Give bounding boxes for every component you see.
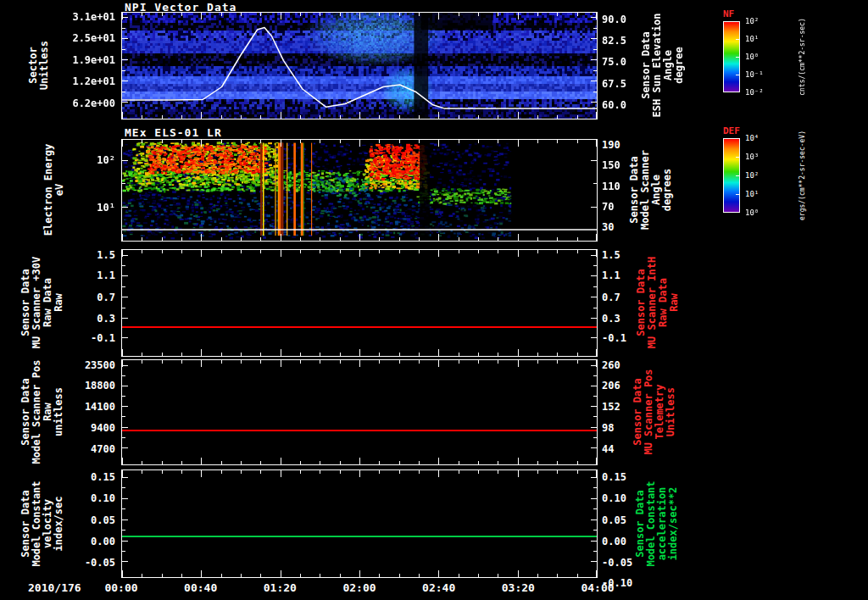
x-tick-mark	[221, 250, 222, 253]
x-tick-mark	[596, 112, 597, 119]
y-tick-mark	[122, 17, 128, 18]
x-tick-mark	[438, 234, 439, 241]
y-tick-mark	[591, 81, 597, 81]
x-tick-mark	[281, 360, 281, 367]
colorbar-tick-mark	[736, 21, 740, 22]
x-tick-mark	[320, 237, 320, 241]
y-axis-tick-label: 0.10	[54, 493, 115, 503]
x-tick-mark	[122, 112, 123, 119]
x-tick-mark	[300, 13, 301, 16]
x-tick-mark	[142, 13, 142, 16]
y-tick-mark	[591, 207, 597, 208]
x-tick-mark	[260, 237, 261, 241]
x-tick-mark	[359, 112, 360, 119]
data-line	[122, 430, 597, 431]
x-tick-mark	[379, 140, 380, 143]
x-tick-mark	[300, 140, 301, 143]
x-tick-mark	[498, 470, 498, 474]
panel1-title: MEx ELS-01 LR	[125, 126, 222, 139]
x-tick-mark	[537, 250, 538, 253]
x-tick-mark	[241, 115, 242, 119]
x-tick-mark	[379, 13, 380, 16]
x-tick-mark	[340, 140, 341, 143]
x-tick-mark	[498, 237, 498, 241]
x-tick-mark	[340, 574, 341, 577]
x-tick-mark	[518, 13, 519, 19]
x-tick-mark	[557, 353, 558, 356]
y-axis-tick-label-right: 0.05	[602, 515, 626, 525]
x-tick-mark	[498, 140, 498, 143]
axis-title-line: index/sec**2	[668, 481, 679, 566]
y-axis-tick-label-right: 150	[602, 160, 620, 170]
y-tick-mark	[122, 102, 128, 103]
y-axis-tick-label-right: 190	[602, 140, 620, 150]
x-tick-mark	[379, 115, 380, 119]
colorbar-tick-mark	[736, 138, 740, 139]
y-tick-mark	[591, 498, 597, 499]
x-tick-mark	[162, 470, 163, 474]
x-tick-mark	[162, 140, 163, 143]
y-tick-mark	[591, 386, 597, 386]
y-axis-tick-label: 1.5	[54, 250, 115, 260]
axis-title-line: Unitless	[39, 41, 50, 90]
x-tick-mark	[201, 112, 202, 119]
x-tick-mark	[142, 237, 142, 241]
x-axis-tick-label: 00:40	[174, 581, 228, 594]
colorbar-tick-label: 10¹	[745, 35, 759, 43]
npi-spectrogram	[122, 13, 597, 119]
x-tick-mark	[459, 140, 459, 143]
y-axis-tick-label: 2.5e+01	[54, 33, 115, 43]
x-axis-tick-label: 02:40	[412, 581, 466, 594]
x-tick-mark	[399, 353, 400, 356]
colorbar-tick-label: 10⁰	[745, 208, 759, 217]
x-tick-mark	[379, 574, 380, 577]
x-tick-mark	[596, 570, 597, 577]
x-tick-mark	[557, 250, 558, 253]
y-axis-tick-label: 0.15	[54, 472, 115, 482]
x-tick-mark	[281, 458, 281, 464]
axis-title-line: degrees	[662, 150, 673, 230]
panel-npi-vector	[121, 12, 598, 119]
y-axis-tick-label-right: 0.7	[602, 292, 620, 303]
y-tick-mark	[122, 561, 128, 562]
x-tick-mark	[201, 234, 202, 241]
y-axis-tick-label-right: 0.15	[602, 472, 626, 482]
x-tick-mark	[359, 360, 360, 367]
x-tick-mark	[221, 237, 222, 241]
x-tick-mark	[478, 237, 479, 241]
y-axis-tick-label-right: 90.0	[602, 14, 626, 25]
x-tick-mark	[577, 353, 578, 356]
x-tick-mark	[478, 360, 479, 364]
x-tick-mark	[122, 570, 123, 577]
x-tick-mark	[478, 250, 479, 253]
x-tick-mark	[320, 115, 320, 119]
y-tick-mark	[591, 38, 597, 39]
y-axis-tick-label-right: 260	[602, 360, 620, 370]
x-tick-mark	[419, 360, 420, 364]
x-tick-mark	[596, 13, 597, 19]
y-axis-tick-label-right: 70	[602, 202, 614, 212]
x-tick-mark	[181, 237, 182, 241]
axis-title-line: degree	[674, 14, 685, 118]
y-tick-mark	[122, 498, 128, 499]
y-axis-tick-label: 18800	[54, 381, 115, 391]
x-tick-mark	[498, 353, 498, 356]
x-tick-mark	[577, 237, 578, 241]
x-tick-mark	[201, 570, 202, 577]
y-axis-tick-label-right: 98	[602, 423, 614, 433]
x-tick-mark	[221, 140, 222, 143]
y-tick-mark	[122, 416, 125, 417]
x-tick-mark	[557, 115, 558, 119]
x-tick-mark	[122, 140, 123, 147]
x-tick-mark	[399, 140, 400, 143]
x-axis-tick-label: 01:20	[253, 581, 307, 594]
x-tick-mark	[181, 470, 182, 474]
x-tick-mark	[300, 115, 301, 119]
x-tick-mark	[596, 458, 597, 464]
y-tick-mark	[122, 160, 128, 161]
y-tick-mark	[122, 519, 128, 520]
y-axis-tick-label: 10¹	[54, 203, 115, 213]
x-tick-mark	[478, 574, 479, 577]
x-tick-mark	[201, 349, 202, 356]
y-tick-mark	[122, 183, 125, 184]
